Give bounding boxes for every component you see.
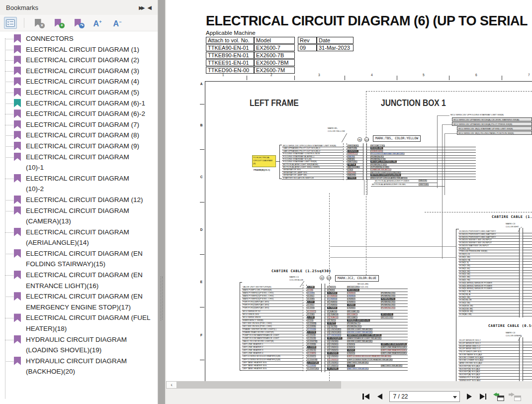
bookmark-item[interactable]: ELECTRICAL CIRCUIT DIAGRAM (6)-2 [0, 108, 158, 119]
ruler-tick [247, 76, 247, 80]
wire-tag: 18 LN(56)(B2) [327, 337, 342, 339]
motion-alarm-label: MOTION ALARM/BUZZER ON SEL [372, 183, 406, 185]
wire-tag: BATTERY RELAY(B) [381, 364, 402, 366]
bookmark-label: ELECTRICAL CIRCUIT DIAGRAM (9) [26, 141, 158, 152]
reference-note-link[interactable]: TO ELECTRICAL CIRCUIT DIAGRAM (6) [252, 155, 276, 167]
wire-label: ECM(2-1-A) [459, 291, 471, 293]
bookmark-item[interactable]: ELECTRICAL CIRCUIT DIAGRAM (12) [0, 195, 158, 205]
wire-tag: MAINTENANCE LIGHT RELAY(B) [347, 334, 381, 336]
tree-connector [5, 103, 13, 104]
bookmark-item[interactable]: HYDRAULIC CIRCUIT DIAGRAM(LOADING SHOVEL… [0, 334, 158, 356]
wire-tag: NB42A(B) [348, 145, 358, 147]
bookmark-item[interactable]: ELECTRICAL CIRCUIT DIAGRAM(10)-1 [0, 152, 158, 173]
bookmark-label: ELECTRICAL CIRCUIT DIAGRAM (FUEL HEATER)… [26, 312, 158, 334]
bookmark-item[interactable]: ELECTRICAL CIRCUIT DIAGRAM (9) [0, 141, 158, 152]
previous-page-button[interactable] [376, 393, 383, 401]
bookmark-item[interactable]: ELECTRICAL CIRCUIT DIAGRAM(CAMERA)(13) [0, 205, 158, 227]
increase-text-size-button[interactable]: A+ [91, 17, 104, 29]
text-decrease-icon: A− [113, 18, 122, 28]
wire-label: MAIN POWER(3)(P.S/W.L.CHG) [243, 298, 273, 300]
previous-view-button[interactable] [493, 392, 504, 401]
bookmark-item[interactable]: ELECTRICAL CIRCUIT DIAGRAM (2) [0, 55, 158, 66]
decrease-text-size-button[interactable]: A− [111, 17, 124, 29]
bookmark-item[interactable]: ELECTRICAL CIRCUIT DIAGRAM(10)-2 [0, 173, 158, 195]
wire-tag: 9 N(A2)4 [327, 310, 337, 312]
scrollbar-thumb[interactable] [177, 381, 341, 389]
ruler-tick [200, 149, 204, 150]
page-number-input[interactable]: 7 / 22 [389, 391, 460, 402]
wire-tag: 1.25WB [307, 346, 316, 348]
mark-b5-label: COLOR:YELLOW [328, 130, 345, 132]
bookmark-item[interactable]: ELECTRICAL CIRCUIT DIAGRAM (ENFOLDING ST… [0, 248, 158, 270]
panel-expand-icon[interactable]: ▶▶ [137, 5, 145, 10]
bookmark-item[interactable]: CONNECTORS [0, 33, 158, 44]
tree-connector [5, 146, 13, 147]
wire-label: PWR FOR(1)MNT(A/C,MG) [243, 301, 269, 303]
wire-label: ECM(1B)-2B [459, 299, 471, 301]
horizontal-scrollbar[interactable]: ‹ [166, 381, 532, 389]
options-list-icon [6, 19, 15, 27]
bookmark-item[interactable]: ELECTRICAL CIRCUIT DIAGRAM (ENENTRANCE L… [0, 270, 158, 291]
bookmark-item[interactable]: ELECTRICAL CIRCUIT DIAGRAM (FUEL HEATER)… [0, 312, 158, 334]
bookmark-item[interactable]: ELECTRICAL CIRCUIT DIAGRAM (6)-1 [0, 98, 158, 109]
bookmark-item[interactable]: ELECTRICAL CIRCUIT DIAGRAM (1) [0, 44, 158, 55]
box-edge [456, 229, 456, 381]
ruler-col-number: 1 [222, 73, 224, 77]
next-view-button[interactable] [510, 392, 521, 401]
panel-splitter[interactable] [158, 0, 166, 404]
wire-tag: (1)N26(1) [348, 150, 358, 152]
wire-tag: 1.25YB [307, 331, 316, 333]
scroll-left-button[interactable]: ‹ [166, 381, 177, 389]
wire-tag: 1.25GT(B) [307, 361, 319, 363]
wire-label: KEY SW ON SIG.(P.W.L.CHG) [243, 322, 272, 324]
delete-bookmark-button[interactable]: × [31, 17, 44, 29]
bookmark-item[interactable]: ELECTRICAL CIRCUIT DIAGRAM (3) [0, 66, 158, 77]
arrow-badge-icon: ↷ [79, 23, 85, 28]
wire-tag: 10 N(A2)4 [327, 313, 339, 315]
bookmark-flag-icon [14, 196, 21, 204]
bookmark-label: ELECTRICAL CIRCUIT DIAGRAM (ENENTRANCE L… [26, 270, 158, 291]
mark-c3-label: MARK:C3 [506, 222, 515, 224]
bookmark-item[interactable]: ELECTRICAL CIRCUIT DIAGRAM (8) [0, 130, 158, 141]
wire-label: PUMP ROOM MAINTENANCE LIGHT [243, 334, 279, 336]
bookmark-item[interactable]: HYDRAULIC CIRCUIT DIAGRAM(BACKHOE)(20) [0, 356, 158, 377]
junction-box-label: JUNCTION BOX 1 [381, 98, 446, 108]
wire-tag: 1.25Y [307, 301, 314, 303]
bookmark-item[interactable]: ELECTRICAL CIRCUIT DIAGRAM (7) [0, 119, 158, 130]
wire-tag: NB75(B) [348, 161, 357, 163]
chevron-down-icon[interactable] [453, 396, 457, 399]
bookmark-item[interactable]: ELECTRICAL CIRCUIT DIAGRAM (ENEMERGENCY … [0, 291, 158, 312]
new-bookmark-button[interactable]: + [51, 17, 64, 29]
bookmark-flag-icon [14, 249, 21, 258]
ruler-tick [200, 254, 204, 255]
bookmark-flag-icon [14, 174, 21, 183]
wire-tag: BATTERY RELAY(B) [347, 361, 368, 363]
wire-tag: 1.25RB [307, 325, 316, 327]
locate-bookmark-button[interactable]: ↷ [71, 17, 84, 29]
bookmark-label: HYDRAULIC CIRCUIT DIAGRAM(BACKHOE)(20) [26, 356, 158, 377]
cabtire-cable-2-header: CABTIRE CABLE (1.25sq [492, 215, 532, 219]
last-page-button[interactable] [479, 393, 488, 401]
wire-label: MCU SENS GNDS [243, 316, 261, 318]
wire-tag: LN(B)5 [347, 301, 355, 303]
first-page-button[interactable] [361, 393, 370, 401]
connector-pin: 40 [357, 137, 362, 142]
bookmark-item[interactable]: ELECTRICAL CIRCUIT DIAGRAM (4) [0, 76, 158, 87]
bookmark-label: ELECTRICAL CIRCUIT DIAGRAM(CAMERA)(13) [26, 205, 158, 227]
table-header: Date [317, 37, 354, 44]
bookmark-item[interactable]: ELECTRICAL CIRCUIT DIAGRAM (5) [0, 87, 158, 98]
wire-label: ECM(4-1B) [459, 271, 470, 273]
wire [442, 124, 453, 125]
tree-connector [5, 135, 13, 136]
wire-label: ECM(6-BRNG) SENSOR POWER [459, 285, 492, 287]
panel-collapse-icon[interactable]: ◀ [146, 4, 154, 11]
bookmark-item[interactable]: ELECTRICAL CIRCUIT DIAGRAM(AERIALANGLE)(… [0, 227, 158, 248]
wire-tag: 0.5B [307, 289, 313, 291]
wire-label: ELUF SENSOR SIG 2 [459, 342, 481, 344]
bookmark-flag-icon [14, 45, 21, 54]
wire-label: MOTION ALARM LIGHT SW(LOWER) [283, 166, 320, 168]
splitter-grip[interactable] [161, 277, 163, 320]
bookmark-options-button[interactable] [4, 17, 17, 29]
bookmark-flag-icon [14, 131, 21, 139]
next-page-button[interactable] [466, 393, 473, 401]
